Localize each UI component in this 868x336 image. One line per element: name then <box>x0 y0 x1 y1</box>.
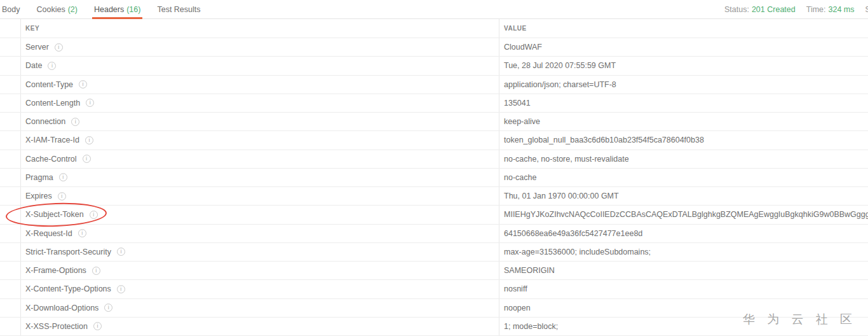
header-key-label: Strict-Transport-Security <box>25 248 111 256</box>
tab-cookies[interactable]: Cookies (2) <box>37 0 78 18</box>
header-key-cell[interactable]: Server <box>21 38 499 56</box>
header-key-label: X-XSS-Protection <box>25 322 88 331</box>
row-gutter-cell <box>0 113 21 130</box>
status-code-indicator[interactable]: Status: 201 Created <box>724 5 796 14</box>
header-value-cell[interactable]: nosniff <box>499 280 868 298</box>
header-value: no-cache <box>504 173 536 182</box>
info-icon[interactable] <box>55 43 63 52</box>
header-value-cell[interactable]: Tue, 28 Jul 2020 07:55:59 GMT <box>499 57 868 74</box>
header-value-cell[interactable]: max-age=31536000; includeSubdomains; <box>499 243 868 261</box>
response-time-indicator[interactable]: Time: 324 ms <box>806 5 855 14</box>
info-icon[interactable] <box>59 173 67 181</box>
header-value-cell[interactable]: no-cache, no-store, must-revalidate <box>499 150 868 168</box>
header-key-label: Content-Length <box>25 99 80 108</box>
header-key-label: Expires <box>25 192 52 200</box>
table-row-x-download-options: X-Download-Options noopen <box>0 299 868 318</box>
info-icon[interactable] <box>48 62 56 70</box>
header-key-cell[interactable]: X-Content-Type-Options <box>21 280 499 298</box>
tab-label: Headers <box>94 5 124 14</box>
row-gutter-cell <box>0 299 21 317</box>
response-size-indicator[interactable]: Size: 1 <box>865 5 868 14</box>
row-gutter-cell <box>0 169 21 186</box>
table-row-x-subject-token: X-Subject-Token MIIEHgYJKoZIhvcNAQcCoIIE… <box>0 206 868 224</box>
info-icon[interactable] <box>86 99 94 107</box>
header-value-cell[interactable]: keep-alive <box>499 113 868 130</box>
header-key-cell[interactable]: X-XSS-Protection <box>21 318 499 335</box>
header-value: nosniff <box>504 284 527 293</box>
table-row-content-length: Content-Length 135041 <box>0 94 868 113</box>
header-key-cell[interactable]: Content-Type <box>21 76 499 94</box>
table-row-x-request-id: X-Request-Id 64150668ea6e49a36fc5427477e… <box>0 225 868 243</box>
headers-table-head: KEY VALUE <box>0 19 868 38</box>
header-value-cell[interactable]: application/json; charset=UTF-8 <box>499 76 868 94</box>
table-row-date: Date Tue, 28 Jul 2020 07:55:59 GMT <box>0 57 868 75</box>
header-key-cell[interactable]: X-Frame-Options <box>21 262 499 279</box>
info-icon[interactable] <box>117 248 125 256</box>
row-gutter-cell <box>0 318 21 335</box>
header-value-cell[interactable]: CloudWAF <box>499 38 868 56</box>
header-value: CloudWAF <box>504 43 542 52</box>
table-row-connection: Connection keep-alive <box>0 113 868 131</box>
header-key-cell[interactable]: X-Request-Id <box>21 225 499 242</box>
header-value-cell[interactable]: 135041 <box>499 94 868 112</box>
header-key-cell[interactable]: Expires <box>21 187 499 205</box>
tab-count-badge: (16) <box>126 5 140 14</box>
tab-label: Test Results <box>157 5 200 14</box>
header-key-label: X-Frame-Options <box>25 266 86 275</box>
header-value-cell[interactable]: noopen <box>499 299 868 317</box>
info-icon[interactable] <box>93 322 102 330</box>
info-icon[interactable] <box>83 155 91 163</box>
header-key-label: X-IAM-Trace-Id <box>25 136 79 144</box>
response-tab-bar: Body Cookies (2) Headers (16) Test Resul… <box>0 0 868 19</box>
info-icon[interactable] <box>79 80 87 88</box>
header-key-cell[interactable]: Content-Length <box>21 94 499 112</box>
header-key-cell[interactable]: Pragma <box>21 169 499 186</box>
info-icon[interactable] <box>78 229 86 237</box>
info-icon[interactable] <box>71 118 79 126</box>
info-icon[interactable] <box>92 267 100 275</box>
header-value: SAMEORIGIN <box>504 266 555 275</box>
header-key-cell[interactable]: Date <box>21 57 499 74</box>
info-icon[interactable] <box>85 136 93 144</box>
header-key-cell[interactable]: Connection <box>21 113 499 130</box>
header-key-label: X-Content-Type-Options <box>25 284 111 293</box>
row-gutter-cell <box>0 94 21 112</box>
header-key-label: Date <box>25 61 42 70</box>
header-value: noopen <box>504 304 531 312</box>
row-gutter-cell <box>0 150 21 168</box>
header-value-cell[interactable]: token_global_null_baa3c6d6b10ab23f54f5ca… <box>499 131 868 149</box>
header-key-cell[interactable]: X-IAM-Trace-Id <box>21 131 499 149</box>
header-key-cell[interactable]: X-Download-Options <box>21 299 499 317</box>
time-label: Time: <box>806 5 826 14</box>
header-key-cell[interactable]: Strict-Transport-Security <box>21 243 499 261</box>
status-value: 201 Created <box>752 5 796 14</box>
info-icon[interactable] <box>117 285 125 293</box>
tab-headers[interactable]: Headers (16) <box>94 0 140 18</box>
header-key-label: X-Request-Id <box>25 229 72 238</box>
header-value-cell[interactable]: SAMEORIGIN <box>499 262 868 279</box>
table-row-cache-control: Cache-Control no-cache, no-store, must-r… <box>0 150 868 169</box>
header-value: max-age=31536000; includeSubdomains; <box>504 248 651 256</box>
header-key-cell[interactable]: Cache-Control <box>21 150 499 168</box>
value-column-header-label: VALUE <box>504 25 527 32</box>
table-row-strict-transport-security: Strict-Transport-Security max-age=315360… <box>0 243 868 262</box>
info-icon[interactable] <box>104 304 112 312</box>
tab-test-results[interactable]: Test Results <box>157 0 200 18</box>
header-value: Tue, 28 Jul 2020 07:55:59 GMT <box>504 61 616 70</box>
header-value: MIIEHgYJKoZIhvcNAQcCoIIEDzCCBAsCAQExDTAL… <box>504 210 868 219</box>
header-value-cell[interactable]: MIIEHgYJKoZIhvcNAQcCoIIEDzCCBAsCAQExDTAL… <box>499 206 868 223</box>
header-value-cell[interactable]: no-cache <box>499 169 868 186</box>
info-icon[interactable] <box>90 211 98 219</box>
header-value-cell[interactable]: Thu, 01 Jan 1970 00:00:00 GMT <box>499 187 868 205</box>
header-value-cell[interactable]: 64150668ea6e49a36fc5427477e1ee8d <box>499 225 868 242</box>
table-row-pragma: Pragma no-cache <box>0 169 868 187</box>
tab-body[interactable]: Body <box>2 0 20 18</box>
info-icon[interactable] <box>58 192 66 200</box>
tab-label: Cookies <box>37 5 65 14</box>
table-row-server: Server CloudWAF <box>0 38 868 57</box>
header-value-cell[interactable]: 1; mode=block; <box>499 318 868 335</box>
header-key-cell[interactable]: X-Subject-Token <box>21 206 499 223</box>
headers-table: KEY VALUE Server CloudWAF Date Tue, 28 J… <box>0 19 868 336</box>
response-status-bar: Status: 201 Created Time: 324 ms Size: 1 <box>724 0 868 18</box>
tab-count-badge: (2) <box>68 5 78 14</box>
